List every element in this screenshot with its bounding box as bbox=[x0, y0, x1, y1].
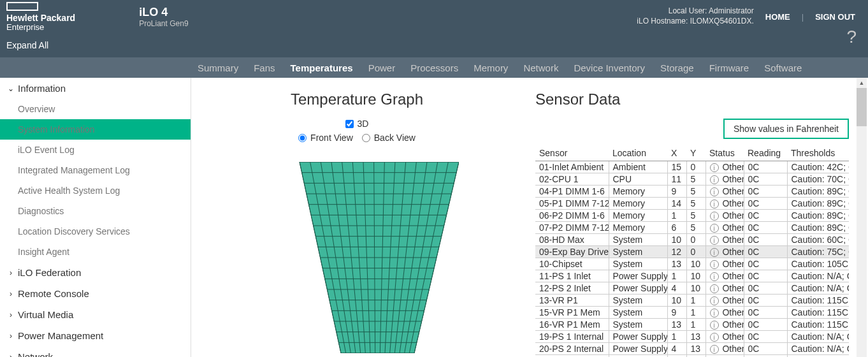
table-row[interactable]: 13-VR P1System101i Other0CCaution: 115C;… bbox=[535, 295, 849, 307]
cell: 16-VR P1 Mem bbox=[535, 319, 609, 331]
table-row[interactable]: 10-ChipsetSystem1310i Other0CCaution: 10… bbox=[535, 258, 849, 270]
info-icon: i bbox=[710, 236, 719, 245]
cell: 13-VR P1 bbox=[535, 295, 609, 307]
table-row[interactable]: 05-P1 DIMM 7-12Memory145i Other0CCaution… bbox=[535, 198, 849, 210]
nav-network[interactable]: ›Network bbox=[0, 346, 191, 357]
expand-all-link[interactable]: Expand All bbox=[6, 40, 191, 50]
cell: 04-P1 DIMM 1-6 bbox=[535, 186, 609, 198]
tab-network[interactable]: Network bbox=[523, 62, 558, 73]
cell: CPU bbox=[609, 173, 667, 186]
cell: i Other bbox=[705, 270, 744, 282]
tab-software[interactable]: Software bbox=[764, 62, 802, 73]
table-row[interactable]: 20-PS 2 InternalPower Supply413i Other0C… bbox=[535, 343, 849, 355]
sub-header: Expand All System Information - Temperat… bbox=[0, 33, 868, 57]
back-view-radio[interactable] bbox=[362, 134, 370, 142]
cell: 5 bbox=[686, 210, 705, 222]
cell: 15 bbox=[667, 161, 686, 173]
front-view-radio[interactable] bbox=[298, 134, 307, 142]
home-link[interactable]: HOME bbox=[765, 12, 790, 22]
table-row[interactable]: 08-HD MaxSystem100i Other0CCaution: 60C;… bbox=[535, 234, 849, 246]
cell: Caution: 70C; Critical: N/A bbox=[787, 173, 849, 186]
col-sensor[interactable]: Sensor bbox=[535, 145, 609, 161]
table-row[interactable]: 02-CPU 1CPU115i Other0CCaution: 70C; Cri… bbox=[535, 173, 849, 186]
nav-integrated-management-log[interactable]: Integrated Management Log bbox=[0, 160, 191, 180]
cell: Caution: 89C; Critical: N/A bbox=[787, 210, 849, 222]
col-status[interactable]: Status bbox=[705, 145, 744, 161]
info-icon: i bbox=[710, 296, 719, 305]
table-row[interactable]: 07-P2 DIMM 7-12Memory65i Other0CCaution:… bbox=[535, 222, 849, 234]
table-row[interactable]: 19-PS 1 InternalPower Supply113i Other0C… bbox=[535, 331, 849, 343]
table-row[interactable]: 06-P2 DIMM 1-6Memory15i Other0CCaution: … bbox=[535, 210, 849, 222]
cell: System bbox=[609, 307, 667, 319]
cell: Caution: 105C; Critical: N/A bbox=[787, 258, 849, 270]
tab-device-inventory[interactable]: Device Inventory bbox=[574, 62, 645, 73]
nav-information[interactable]: ⌄Information bbox=[0, 78, 191, 99]
tab-firmware[interactable]: Firmware bbox=[709, 62, 749, 73]
cell: I/O Board bbox=[609, 355, 667, 358]
cell: 0C bbox=[744, 331, 787, 343]
nav-location-discovery-services[interactable]: Location Discovery Services bbox=[0, 221, 191, 242]
table-row[interactable]: 04-P1 DIMM 1-6Memory95i Other0CCaution: … bbox=[535, 186, 849, 198]
nav-overview[interactable]: Overview bbox=[0, 99, 191, 119]
cell: i Other bbox=[705, 307, 744, 319]
table-row[interactable]: 12-PS 2 InletPower Supply410i Other0CCau… bbox=[535, 282, 849, 295]
scroll-thumb[interactable] bbox=[857, 88, 867, 126]
table-row[interactable]: 01-Inlet AmbientAmbient150i Other0CCauti… bbox=[535, 161, 849, 173]
cell: 0C bbox=[744, 222, 787, 234]
tab-storage[interactable]: Storage bbox=[660, 62, 694, 73]
top-right: Local User: Administrator iLO Hostname: … bbox=[637, 6, 855, 26]
nav-diagnostics[interactable]: Diagnostics bbox=[0, 201, 191, 221]
cell: Caution: 42C; Critical: 46C bbox=[787, 161, 849, 173]
cell: System bbox=[609, 246, 667, 258]
nav-virtual-media[interactable]: ›Virtual Media bbox=[0, 304, 191, 325]
nav-system-information[interactable]: System Information bbox=[0, 119, 191, 140]
nav-ilo-event-log[interactable]: iLO Event Log bbox=[0, 140, 191, 160]
info-icon: i bbox=[710, 345, 719, 354]
fahrenheit-button[interactable]: Show values in Fahrenheit bbox=[723, 119, 849, 139]
table-row[interactable]: 09-Exp Bay DriveSystem120i Other0CCautio… bbox=[535, 246, 849, 258]
col-reading[interactable]: Reading bbox=[744, 145, 787, 161]
col-y[interactable]: Y bbox=[686, 145, 705, 161]
table-row[interactable]: 21-PCI 1I/O Board1313i Other0CCaution: 1… bbox=[535, 355, 849, 358]
cell: 15-VR P1 Mem bbox=[535, 307, 609, 319]
table-row[interactable]: 11-PS 1 InletPower Supply110i Other0CCau… bbox=[535, 270, 849, 282]
cell: 9 bbox=[667, 307, 686, 319]
cell: Caution: 115C; Critical: 120C bbox=[787, 295, 849, 307]
cell: 09-Exp Bay Drive bbox=[535, 246, 609, 258]
back-view-label: Back View bbox=[374, 133, 416, 143]
col-location[interactable]: Location bbox=[609, 145, 667, 161]
info-icon: i bbox=[710, 321, 719, 330]
cell: 1 bbox=[686, 295, 705, 307]
signout-link[interactable]: SIGN OUT bbox=[815, 12, 855, 22]
link-sep: | bbox=[802, 12, 804, 22]
col-x[interactable]: X bbox=[667, 145, 686, 161]
product-info: iLO 4 ProLiant Gen9 bbox=[139, 6, 188, 28]
cell: 10 bbox=[667, 234, 686, 246]
info-icon: i bbox=[710, 212, 719, 221]
scrollbar[interactable]: ▲ bbox=[857, 78, 867, 357]
cell: 10-Chipset bbox=[535, 258, 609, 270]
nav-remote-console[interactable]: ›Remote Console bbox=[0, 283, 191, 304]
cell: 13 bbox=[686, 343, 705, 355]
cell: 12 bbox=[667, 246, 686, 258]
hpe-logo-bar bbox=[6, 2, 38, 11]
info-icon: i bbox=[710, 200, 719, 208]
cell: 0C bbox=[744, 161, 787, 173]
tab-memory[interactable]: Memory bbox=[474, 62, 508, 73]
col-thresholds[interactable]: Thresholds bbox=[787, 145, 849, 161]
nav-power-management[interactable]: ›Power Management bbox=[0, 325, 191, 346]
scroll-up-icon[interactable]: ▲ bbox=[857, 78, 867, 88]
temperature-3d-graph[interactable] bbox=[255, 162, 459, 353]
table-row[interactable]: 15-VR P1 MemSystem91i Other0CCaution: 11… bbox=[535, 307, 849, 319]
help-icon[interactable]: ? bbox=[846, 27, 857, 47]
3d-checkbox[interactable] bbox=[345, 120, 354, 128]
nav-ilo-federation[interactable]: ›iLO Federation bbox=[0, 262, 191, 283]
table-row[interactable]: 16-VR P1 MemSystem131i Other0CCaution: 1… bbox=[535, 319, 849, 331]
cell: 21-PCI 1 bbox=[535, 355, 609, 358]
nav-active-health-system-log[interactable]: Active Health System Log bbox=[0, 180, 191, 201]
cell: i Other bbox=[705, 295, 744, 307]
cell: 1 bbox=[667, 331, 686, 343]
brand-line2: Enterprise bbox=[6, 23, 75, 31]
nav-insight-agent[interactable]: Insight Agent bbox=[0, 242, 191, 262]
cell: 0C bbox=[744, 355, 787, 358]
